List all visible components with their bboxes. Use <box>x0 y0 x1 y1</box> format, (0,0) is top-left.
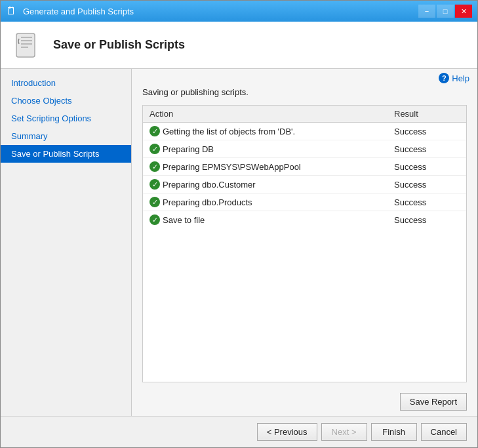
table-cell-result: Success <box>388 123 466 140</box>
column-header-result: Result <box>388 106 466 123</box>
results-table-container: Action Result ✓Getting the list of objec… <box>142 105 467 382</box>
page-title: Save or Publish Scripts <box>53 38 185 52</box>
section-title: Saving or publishing scripts. <box>142 87 467 97</box>
column-header-action: Action <box>143 106 388 123</box>
main-content: Saving or publishing scripts. Action Res… <box>132 87 477 388</box>
results-table: Action Result ✓Getting the list of objec… <box>143 106 466 228</box>
window-title: Generate and Publish Scripts <box>23 7 134 16</box>
success-check-icon: ✓ <box>149 179 160 190</box>
footer: < Previous Next > Finish Cancel <box>1 416 477 447</box>
previous-button[interactable]: < Previous <box>257 423 317 441</box>
save-report-button[interactable]: Save Report <box>400 393 467 411</box>
help-icon: ? <box>439 73 449 83</box>
table-row: ✓Preparing EPMSYS\PSWebAppPoolSuccess <box>143 158 466 176</box>
close-button[interactable]: ✕ <box>455 5 472 18</box>
script-icon <box>12 31 41 60</box>
success-check-icon: ✓ <box>149 144 160 154</box>
table-cell-action: ✓Preparing dbo.Customer <box>143 176 388 193</box>
success-check-icon: ✓ <box>149 126 160 136</box>
titlebar: 🗒 Generate and Publish Scripts − □ ✕ <box>1 1 477 22</box>
titlebar-buttons: − □ ✕ <box>418 5 472 18</box>
next-button[interactable]: Next > <box>321 423 367 441</box>
table-cell-action: ✓Preparing EPMSYS\PSWebAppPool <box>143 158 388 176</box>
table-body: ✓Getting the list of objects from 'DB'.S… <box>143 123 466 229</box>
help-link[interactable]: ? Help <box>439 73 469 83</box>
titlebar-left: 🗒 Generate and Publish Scripts <box>6 5 134 17</box>
table-cell-action: ✓Preparing dbo.Products <box>143 193 388 211</box>
sidebar-item-choose-objects[interactable]: Choose Objects <box>1 92 131 110</box>
main-panel: ? Help Saving or publishing scripts. Act… <box>132 69 477 416</box>
main-top: ? Help <box>132 69 477 87</box>
table-cell-result: Success <box>388 140 466 158</box>
success-check-icon: ✓ <box>149 214 160 225</box>
main-window: 🗒 Generate and Publish Scripts − □ ✕ Sav… <box>0 0 478 448</box>
sidebar-item-summary[interactable]: Summary <box>1 127 131 145</box>
table-cell-result: Success <box>388 193 466 211</box>
table-cell-action: ✓Preparing DB <box>143 140 388 158</box>
table-row: ✓Preparing DBSuccess <box>143 140 466 158</box>
success-check-icon: ✓ <box>149 197 160 207</box>
save-report-area: Save Report <box>132 388 477 416</box>
table-row: ✓Save to fileSuccess <box>143 211 466 229</box>
finish-button[interactable]: Finish <box>371 423 417 441</box>
success-check-icon: ✓ <box>149 161 160 172</box>
table-cell-action: ✓Save to file <box>143 211 388 229</box>
sidebar-item-introduction[interactable]: Introduction <box>1 74 131 92</box>
restore-button[interactable]: □ <box>437 5 454 18</box>
content-area: Introduction Choose Objects Set Scriptin… <box>1 69 477 416</box>
header-bar: Save or Publish Scripts <box>1 22 477 69</box>
table-header-row: Action Result <box>143 106 466 123</box>
table-cell-action: ✓Getting the list of objects from 'DB'. <box>143 123 388 140</box>
table-row: ✓Getting the list of objects from 'DB'.S… <box>143 123 466 140</box>
sidebar: Introduction Choose Objects Set Scriptin… <box>1 69 132 416</box>
sidebar-item-save-or-publish[interactable]: Save or Publish Scripts <box>1 145 131 163</box>
sidebar-item-set-scripting-options[interactable]: Set Scripting Options <box>1 110 131 127</box>
minimize-button[interactable]: − <box>418 5 435 18</box>
table-row: ✓Preparing dbo.CustomerSuccess <box>143 176 466 193</box>
table-row: ✓Preparing dbo.ProductsSuccess <box>143 193 466 211</box>
header-icon <box>11 30 43 61</box>
table-cell-result: Success <box>388 211 466 229</box>
table-cell-result: Success <box>388 176 466 193</box>
app-icon: 🗒 <box>6 5 18 17</box>
cancel-button[interactable]: Cancel <box>421 423 467 441</box>
table-cell-result: Success <box>388 158 466 176</box>
